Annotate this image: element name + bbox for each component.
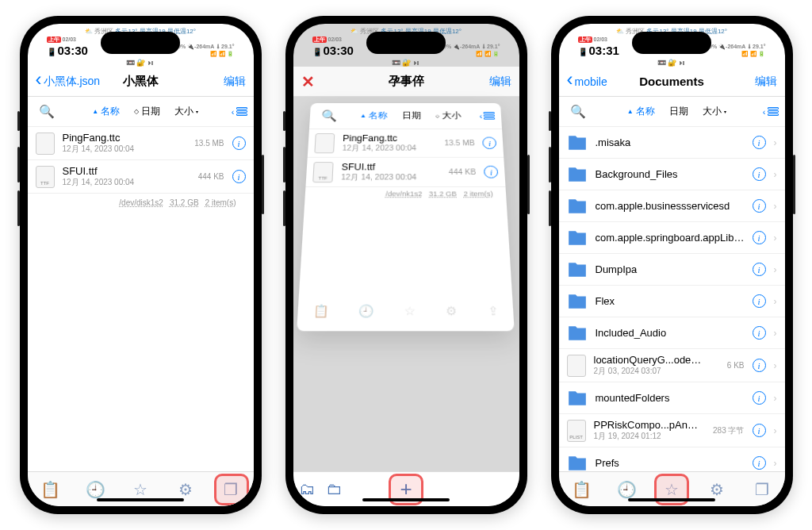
chevron-right-icon: › <box>774 425 777 436</box>
info-icon[interactable]: i <box>753 167 766 181</box>
sort-bar: 🔍 ▲名称 ◇日期 大小▾ ‹ <box>28 97 254 127</box>
folder-icon <box>567 323 588 344</box>
nav-bar: mobile Documents 编辑 <box>559 67 785 97</box>
folder-row[interactable]: DumpIpa i › <box>559 254 785 286</box>
view-toggle[interactable]: ‹ <box>763 107 779 117</box>
nav-edit-button[interactable]: 编辑 <box>224 75 246 89</box>
chevron-left-icon <box>36 73 42 90</box>
folder-icon <box>567 453 588 472</box>
windows-icon[interactable]: ❐ <box>217 476 244 503</box>
close-button[interactable]: ✕ <box>301 72 315 91</box>
sort-date[interactable]: 日期 <box>669 105 688 118</box>
sort-size[interactable]: 大小▾ <box>174 105 198 118</box>
chevron-right-icon: › <box>774 393 777 404</box>
folder-row[interactable]: .misaka i › <box>559 127 785 159</box>
dynamic-island <box>632 32 711 54</box>
file-row[interactable]: locationQueryG...odeCacheFolder2月 03, 20… <box>559 349 785 382</box>
info-icon[interactable]: i <box>483 137 497 149</box>
sort-size[interactable]: ◇大小 <box>436 110 462 122</box>
folder-forward-icon[interactable]: 🗀 <box>320 476 347 503</box>
home-indicator[interactable] <box>97 498 184 501</box>
sort-name[interactable]: ▲名称 <box>360 110 389 122</box>
info-icon[interactable]: i <box>753 391 766 405</box>
nav-bar: ✕ 孕事倅 编辑 <box>293 67 519 97</box>
phone-frame-1: ⛅ 秀洲区 多云13° 最高温19 最低温12° 上午02/03 📱03:30 … <box>20 16 262 514</box>
home-indicator[interactable] <box>362 498 450 501</box>
chevron-right-icon: › <box>774 137 777 148</box>
folder-icon <box>567 196 588 217</box>
folder-row[interactable]: com.apple.businessservicesd i › <box>559 190 785 222</box>
card-toolbar: 📋🕘☆⚙⇪ <box>297 298 515 324</box>
file-row[interactable]: TTF SFUI.ttf12月 14, 2023 00:04 444 KB i <box>28 160 254 194</box>
folder-icon <box>567 164 588 185</box>
folder-row[interactable]: Flex i › <box>559 286 785 317</box>
sort-date[interactable]: 日期 <box>403 110 422 122</box>
file-list: PingFang.ttc12月 14, 2023 00:04 13.5 MB i… <box>28 127 254 471</box>
folder-row[interactable]: Prefs i › <box>559 447 785 471</box>
nav-bar: 小黑体.json 小黑体 编辑 <box>28 67 254 97</box>
window-card[interactable]: 🔍 ▲名称 日期 ◇大小 ‹ PingFang.ttc12月 14, 2023 … <box>297 103 515 331</box>
home-indicator[interactable] <box>628 498 715 501</box>
nav-edit-button[interactable]: 编辑 <box>489 75 511 89</box>
folder-icon <box>567 228 588 248</box>
nav-back-button[interactable]: mobile <box>567 73 607 90</box>
file-row[interactable]: PLIST PPRiskCompo...pAndSync.plist1月 19,… <box>559 414 785 447</box>
chevron-right-icon: › <box>774 360 777 371</box>
view-toggle[interactable]: ‹ <box>480 112 496 120</box>
folder-row[interactable]: com.apple.springboard.appLibrary i › <box>559 222 785 254</box>
info-icon[interactable]: i <box>753 231 766 244</box>
sort-date[interactable]: ◇日期 <box>134 105 160 118</box>
phone-frame-2: ⛅ 秀洲区 多云13° 最高温19 最低温12° 上午02/03 📱03:30 … <box>285 16 527 514</box>
folder-row[interactable]: mountedFolders i › <box>559 382 785 414</box>
file-icon: PLIST <box>567 420 586 442</box>
notch-indicators: 📼 🔐 ⏯ <box>657 59 686 67</box>
folder-icon <box>567 259 588 280</box>
search-icon[interactable]: 🔍 <box>565 104 591 119</box>
notch-indicators: 📼 🔐 ⏯ <box>126 59 155 67</box>
file-icon: TTF <box>313 162 334 182</box>
nav-back-button[interactable]: 小黑体.json <box>36 73 101 90</box>
nav-title: 孕事倅 <box>293 74 519 89</box>
sort-name[interactable]: ▲名称 <box>92 105 120 118</box>
folder-row[interactable]: Background_Files i › <box>559 159 785 190</box>
info-icon[interactable]: i <box>753 294 766 308</box>
view-toggle[interactable]: ‹ <box>232 107 247 117</box>
folder-row[interactable]: Included_Audio i › <box>559 317 785 349</box>
file-icon <box>567 355 586 377</box>
file-icon: TTF <box>36 166 55 188</box>
info-icon[interactable]: i <box>232 136 246 150</box>
info-icon[interactable]: i <box>753 136 766 149</box>
chevron-right-icon: › <box>774 328 777 339</box>
info-icon[interactable]: i <box>753 263 766 276</box>
sort-name[interactable]: ▲名称 <box>627 105 655 118</box>
clipboard-icon[interactable]: 📋 <box>568 476 595 503</box>
disk-footer: /dev/nk1s231.2 GB2 item(s) <box>305 187 508 201</box>
chevron-right-icon: › <box>774 296 777 307</box>
chevron-right-icon: › <box>774 264 777 275</box>
chevron-right-icon: › <box>774 169 777 180</box>
search-icon[interactable]: 🔍 <box>316 109 343 122</box>
folder-icon <box>567 388 588 409</box>
search-icon[interactable]: 🔍 <box>34 104 59 119</box>
info-icon[interactable]: i <box>753 456 766 470</box>
info-icon[interactable]: i <box>753 199 766 213</box>
file-row[interactable]: TTF SFUI.ttf12月 14, 2023 00:04 444 KB i <box>306 158 507 187</box>
phone-frame-3: ⛅ 秀洲区 多云13° 最高温19 最低温12° 上午02/03 📱03:31 … <box>551 16 793 514</box>
chevron-right-icon: › <box>774 458 777 469</box>
sort-bar: 🔍 ▲名称 日期 ◇大小 ‹ <box>309 103 502 129</box>
folder-icon <box>567 132 588 153</box>
info-icon[interactable]: i <box>753 424 766 437</box>
info-icon[interactable]: i <box>753 326 766 340</box>
info-icon[interactable]: i <box>485 166 500 179</box>
file-row[interactable]: PingFang.ttc12月 14, 2023 00:04 13.5 MB i <box>28 127 254 160</box>
folder-back-icon[interactable]: 🗂 <box>293 476 320 503</box>
file-row[interactable]: PingFang.ttc12月 14, 2023 00:04 13.5 MB i <box>308 129 504 158</box>
info-icon[interactable]: i <box>753 359 766 372</box>
clipboard-icon[interactable]: 📋 <box>36 476 63 503</box>
windows-icon[interactable]: ❐ <box>749 476 776 503</box>
info-icon[interactable]: i <box>232 170 246 183</box>
sort-size[interactable]: 大小▾ <box>703 105 726 118</box>
nav-edit-button[interactable]: 编辑 <box>755 75 777 89</box>
dynamic-island <box>101 32 180 54</box>
sort-bar: 🔍 ▲名称 日期 大小▾ ‹ <box>559 97 785 127</box>
